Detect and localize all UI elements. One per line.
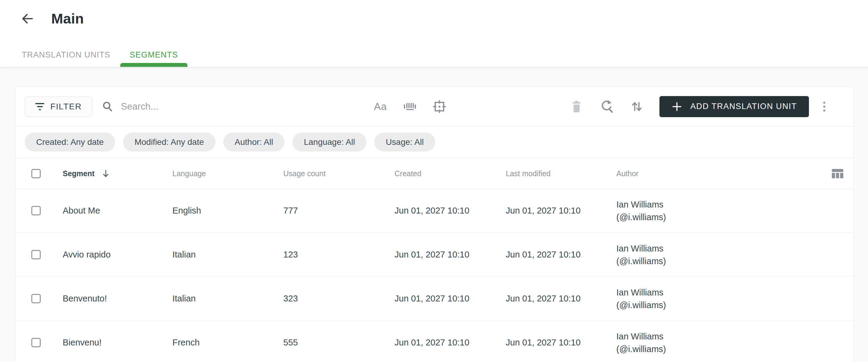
column-label: Language bbox=[173, 169, 206, 178]
table-header-row: Segment Language Usage count Created Las… bbox=[16, 158, 854, 189]
chip-label: Created: Any date bbox=[36, 137, 104, 147]
cell-usage-count: 777 bbox=[283, 206, 395, 216]
cell-author: Ian Williams (@i.williams) bbox=[616, 330, 814, 355]
kebab-menu-icon bbox=[817, 100, 831, 113]
barcode-button[interactable] bbox=[402, 99, 417, 114]
match-case-button[interactable]: Aa bbox=[373, 99, 388, 114]
column-header-created[interactable]: Created bbox=[395, 169, 506, 178]
filter-button[interactable]: FILTER bbox=[25, 96, 92, 117]
cell-usage-count: 123 bbox=[283, 250, 395, 260]
cell-author: Ian Williams (@i.williams) bbox=[616, 242, 814, 267]
cell-segment: Benvenuto! bbox=[63, 294, 173, 303]
table-row[interactable]: Avvio rapido Italian 123 Jun 01, 2027 10… bbox=[16, 233, 854, 277]
cell-language: French bbox=[173, 338, 283, 348]
more-options-button[interactable] bbox=[817, 99, 832, 114]
author-name: Ian Williams bbox=[616, 330, 814, 343]
column-header-author[interactable]: Author bbox=[616, 169, 814, 178]
toolbar: FILTER Aa bbox=[16, 87, 854, 127]
chip-label: Language: All bbox=[304, 137, 355, 147]
column-header-segment[interactable]: Segment bbox=[63, 169, 173, 178]
plus-icon bbox=[672, 101, 682, 112]
arrow-left-icon bbox=[20, 11, 34, 26]
chip-created[interactable]: Created: Any date bbox=[25, 133, 115, 152]
row-checkbox[interactable] bbox=[31, 250, 41, 259]
chip-label: Usage: All bbox=[386, 137, 424, 147]
tab-bar: TRANSLATION UNITS SEGMENTS bbox=[22, 50, 178, 67]
barcode-icon bbox=[403, 100, 417, 113]
table-row[interactable]: About Me English 777 Jun 01, 2027 10:10 … bbox=[16, 189, 854, 233]
tab-label: SEGMENTS bbox=[130, 50, 178, 59]
back-button[interactable] bbox=[19, 11, 34, 26]
focus-frame-icon bbox=[433, 100, 446, 113]
sort-up-down-icon bbox=[630, 100, 644, 113]
find-replace-icon bbox=[600, 100, 614, 113]
page-header: Main TRANSLATION UNITS SEGMENTS bbox=[0, 0, 868, 67]
filter-chips-row: Created: Any date Modified: Any date Aut… bbox=[16, 127, 854, 158]
search-input[interactable] bbox=[121, 101, 284, 112]
chip-language[interactable]: Language: All bbox=[292, 133, 367, 152]
row-checkbox[interactable] bbox=[31, 338, 41, 347]
trash-icon bbox=[569, 100, 584, 113]
chip-author[interactable]: Author: All bbox=[223, 133, 285, 152]
cell-created: Jun 01, 2027 10:10 bbox=[395, 206, 506, 216]
cell-last-modified: Jun 01, 2027 10:10 bbox=[506, 250, 616, 260]
author-handle: (@i.williams) bbox=[616, 299, 814, 311]
column-settings-button[interactable] bbox=[830, 166, 845, 181]
chip-usage[interactable]: Usage: All bbox=[374, 133, 435, 152]
cell-segment: About Me bbox=[63, 206, 173, 216]
tab-label: TRANSLATION UNITS bbox=[22, 50, 110, 59]
cell-usage-count: 323 bbox=[283, 294, 395, 303]
cell-language: English bbox=[173, 206, 283, 216]
cell-last-modified: Jun 01, 2027 10:10 bbox=[506, 206, 616, 216]
chip-modified[interactable]: Modified: Any date bbox=[123, 133, 215, 152]
author-handle: (@i.williams) bbox=[616, 211, 814, 224]
cell-segment: Bienvenu! bbox=[63, 338, 173, 348]
add-translation-unit-label: ADD TRANSLATION UNIT bbox=[690, 102, 797, 111]
row-checkbox[interactable] bbox=[31, 206, 41, 215]
sort-button[interactable] bbox=[629, 99, 644, 114]
chip-label: Author: All bbox=[235, 137, 273, 147]
tab-translation-units[interactable]: TRANSLATION UNITS bbox=[22, 50, 110, 67]
column-header-last-modified[interactable]: Last modified bbox=[506, 169, 616, 178]
cell-last-modified: Jun 01, 2027 10:10 bbox=[506, 294, 616, 303]
sort-desc-arrow-icon bbox=[101, 169, 110, 178]
cell-author: Ian Williams (@i.williams) bbox=[616, 198, 814, 224]
cell-language: Italian bbox=[173, 294, 283, 303]
cell-usage-count: 555 bbox=[283, 338, 395, 348]
column-label: Created bbox=[395, 169, 421, 178]
author-handle: (@i.williams) bbox=[616, 255, 814, 267]
cell-created: Jun 01, 2027 10:10 bbox=[395, 294, 506, 303]
column-header-usage-count[interactable]: Usage count bbox=[283, 169, 395, 178]
chip-label: Modified: Any date bbox=[134, 137, 204, 147]
match-case-icon: Aa bbox=[374, 101, 387, 112]
page-title: Main bbox=[51, 10, 84, 27]
cell-language: Italian bbox=[173, 250, 283, 260]
author-name: Ian Williams bbox=[616, 198, 814, 211]
search-box bbox=[101, 101, 294, 112]
column-label: Author bbox=[616, 169, 639, 178]
filter-icon bbox=[35, 103, 44, 110]
search-icon bbox=[101, 101, 114, 112]
cell-last-modified: Jun 01, 2027 10:10 bbox=[506, 338, 616, 348]
table-columns-icon bbox=[831, 167, 844, 180]
cell-segment: Avvio rapido bbox=[63, 250, 173, 260]
toolbar-actions: ADD TRANSLATION UNIT bbox=[569, 96, 847, 117]
author-name: Ian Williams bbox=[616, 242, 814, 255]
author-name: Ian Williams bbox=[616, 286, 814, 299]
add-translation-unit-button[interactable]: ADD TRANSLATION UNIT bbox=[659, 96, 809, 117]
focus-frame-button[interactable] bbox=[432, 99, 447, 114]
row-checkbox[interactable] bbox=[31, 294, 41, 303]
search-option-icons: Aa bbox=[373, 99, 447, 114]
active-tab-underline bbox=[120, 63, 187, 67]
find-replace-button[interactable] bbox=[599, 99, 614, 114]
segments-card: FILTER Aa bbox=[15, 87, 854, 362]
author-handle: (@i.williams) bbox=[616, 343, 814, 355]
column-label: Last modified bbox=[506, 169, 551, 178]
table-row[interactable]: Bienvenu! French 555 Jun 01, 2027 10:10 … bbox=[16, 321, 854, 362]
column-header-language[interactable]: Language bbox=[173, 169, 283, 178]
delete-button[interactable] bbox=[569, 99, 584, 114]
select-all-checkbox[interactable] bbox=[31, 169, 41, 178]
tab-segments[interactable]: SEGMENTS bbox=[130, 50, 178, 67]
table-row[interactable]: Benvenuto! Italian 323 Jun 01, 2027 10:1… bbox=[16, 277, 854, 321]
cell-created: Jun 01, 2027 10:10 bbox=[395, 338, 506, 348]
